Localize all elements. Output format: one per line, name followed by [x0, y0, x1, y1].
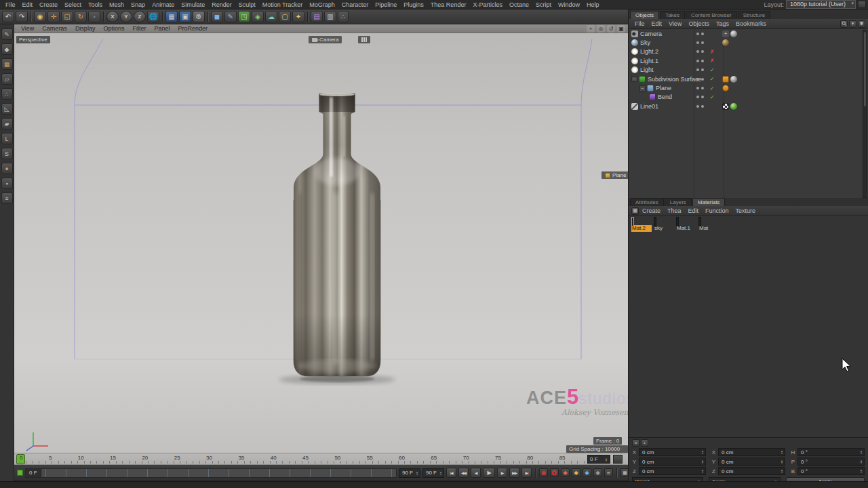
object-row[interactable]: − Plane ✓ — [629, 83, 868, 92]
menubar-item[interactable]: Animate — [149, 1, 178, 8]
menubar-item[interactable]: Pipeline — [372, 1, 400, 8]
viewport-menu-item[interactable]: ProRender — [174, 25, 212, 32]
x-axis-lock-button[interactable]: X — [106, 11, 119, 22]
menubar-item[interactable]: Motion Tracker — [259, 1, 307, 8]
disabled-icon[interactable]: ✗ — [707, 49, 717, 55]
visibility-dots[interactable] — [696, 50, 707, 53]
play-button[interactable]: ▶ — [483, 468, 495, 478]
object-manager-list[interactable]: Camera + Sky Light.2 ✗ Light.1 ✗ Light ✓ — [629, 29, 868, 198]
materials-menu-item[interactable]: Edit — [685, 207, 703, 214]
object-row[interactable]: Bend ✓ — [629, 93, 868, 102]
material-item[interactable]: Mat.1 — [676, 218, 696, 232]
phong-tag-icon[interactable] — [730, 76, 737, 83]
range-end-field[interactable]: 90 F▲▼ — [399, 468, 420, 478]
zoom-view-icon[interactable]: ◎ — [597, 25, 605, 33]
record-rotation-icon[interactable]: ◆ — [583, 468, 591, 477]
add-light-icon[interactable]: ✦ — [292, 11, 304, 22]
preview-range-slider[interactable]: 0 F — [25, 468, 397, 478]
object-manager-scrollbar[interactable] — [863, 30, 867, 198]
object-row[interactable]: Line01 — [629, 102, 868, 110]
z-axis-lock-button[interactable]: Z — [134, 11, 146, 22]
toggle-view-icon[interactable]: ▣ — [617, 25, 625, 33]
materials-menu-item[interactable]: Texture — [732, 207, 760, 214]
points-mode-icon[interactable]: ∴ — [1, 88, 13, 100]
disabled-icon[interactable]: ✗ — [707, 58, 717, 64]
record-scale-icon[interactable]: ◆ — [572, 468, 580, 477]
viewport-menu-item[interactable]: Filter — [128, 25, 150, 32]
plane-selection-chip[interactable]: Plane — [601, 171, 628, 179]
object-row[interactable]: Camera + — [629, 29, 868, 38]
edges-mode-icon[interactable]: ◺ — [1, 103, 13, 115]
menubar-item[interactable]: Mesh — [106, 1, 127, 8]
timeline-ruler[interactable]: 051015202530354045505560657075808590 0 F… — [14, 453, 628, 465]
material-tag-icon[interactable] — [730, 103, 737, 110]
y-axis-lock-button[interactable]: Y — [120, 11, 132, 22]
current-frame-field[interactable]: 0 F▲▼ — [587, 455, 610, 464]
viewport-menu-item[interactable]: Panel — [150, 25, 174, 32]
thea-tag-icon[interactable] — [722, 76, 729, 83]
layout-dropdown[interactable]: 1080p tutorial (User) — [786, 0, 856, 9]
move-tool-icon[interactable]: ✛ — [47, 11, 60, 22]
object-manager-menu-item[interactable]: File — [631, 20, 648, 27]
timeline-options-icon[interactable] — [613, 455, 623, 464]
materials-mode-icon[interactable]: ▦ — [631, 207, 639, 215]
object-row[interactable]: Sky — [629, 38, 868, 47]
polygons-mode-icon[interactable]: ▰ — [1, 118, 13, 129]
menubar-item[interactable]: Octane — [506, 1, 532, 8]
menubar-item[interactable]: Tools — [85, 1, 106, 8]
layout-grid-icon[interactable] — [858, 1, 866, 8]
render-settings-icon[interactable]: ⚙ — [193, 11, 205, 22]
autokeying-icon[interactable] — [550, 468, 559, 477]
add-primitive-icon[interactable]: ◼ — [211, 11, 223, 22]
position-x-field[interactable]: 0 cm▲▼ — [639, 448, 706, 456]
materials-menu-item[interactable]: Function — [702, 207, 732, 214]
object-manager-menu-item[interactable]: View — [665, 20, 685, 27]
viewport-filter-icon[interactable]: ▥ — [324, 11, 336, 22]
menubar-item[interactable]: Thea Render — [427, 1, 470, 8]
undo-icon[interactable]: ↶ — [2, 11, 14, 22]
expand-toggle[interactable]: − — [639, 85, 646, 92]
record-position-icon[interactable]: ◆ — [561, 468, 570, 477]
protection-tag-icon[interactable] — [730, 30, 737, 37]
perspective-viewport[interactable]: ViewCamerasDisplayOptionsFilterPanelProR… — [14, 24, 628, 453]
make-editable-icon[interactable]: ✎ — [1, 28, 13, 40]
materials-area[interactable]: Mat.2 sky Mat.1 Mat — [629, 216, 868, 437]
object-manager-menu-item[interactable]: Bookmarks — [732, 20, 770, 27]
snap-settings-icon[interactable]: ∴ — [338, 11, 349, 22]
previous-key-button[interactable]: ◀◀ — [458, 468, 469, 478]
menubar-item[interactable]: Render — [208, 1, 235, 8]
enabled-icon[interactable]: ✓ — [707, 76, 717, 82]
material-item[interactable]: Mat.2 — [631, 218, 652, 232]
size-y-field[interactable]: 0 cm▲▼ — [718, 458, 785, 466]
add-environment-icon[interactable]: ☁ — [265, 11, 277, 22]
panel-tab[interactable]: Objects — [630, 11, 659, 19]
coordinate-system-icon[interactable]: 🌐 — [147, 11, 159, 22]
viewport-solo-icon[interactable]: S — [1, 148, 13, 159]
goto-end-button[interactable]: ▶| — [521, 468, 532, 478]
simulation-icon[interactable]: ● — [1, 163, 13, 174]
range-start-handle[interactable]: 0 F — [26, 469, 41, 477]
next-frame-button[interactable]: ▶ — [497, 468, 507, 478]
visibility-dots[interactable] — [696, 78, 707, 81]
panel-tab[interactable]: Content Browser — [686, 11, 737, 19]
redo-icon[interactable]: ↷ — [16, 11, 28, 22]
viewport-menu-item[interactable]: Cameras — [38, 25, 71, 32]
previous-frame-button[interactable]: ◀ — [471, 468, 481, 478]
pan-view-icon[interactable]: + — [587, 25, 595, 33]
add-spline-icon[interactable]: ✎ — [224, 11, 237, 22]
materials-menu-item[interactable]: Create — [639, 207, 664, 214]
menubar-item[interactable]: Edit — [19, 1, 37, 8]
visibility-dots[interactable] — [696, 96, 707, 98]
visibility-dots[interactable] — [696, 68, 707, 71]
scale-tool-icon[interactable]: ◱ — [61, 11, 73, 22]
rotation-h-field[interactable]: 0 °▲▼ — [797, 448, 865, 456]
object-row[interactable]: − Subdivision Surface ✓ — [629, 75, 868, 83]
object-manager-menu-item[interactable]: Edit — [648, 20, 666, 27]
next-key-button[interactable]: ▶▶ — [509, 468, 519, 478]
thea-tag-icon[interactable] — [722, 85, 729, 92]
menubar-item[interactable]: File — [2, 1, 19, 8]
expand-toggle[interactable]: − — [631, 76, 637, 82]
menubar-item[interactable]: Script — [532, 1, 555, 8]
menubar-item[interactable]: Character — [338, 1, 372, 8]
object-row[interactable]: Light ✓ — [629, 66, 868, 75]
